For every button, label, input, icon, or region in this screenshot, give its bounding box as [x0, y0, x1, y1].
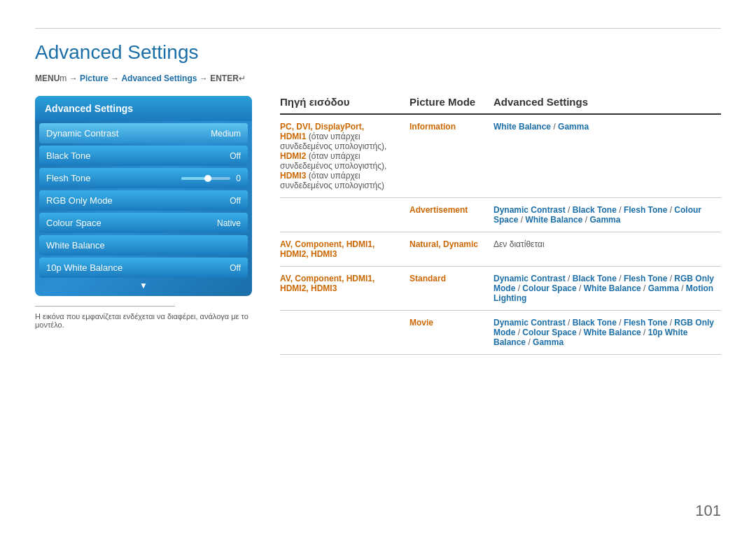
flesh-tone-label: Flesh Tone — [46, 173, 90, 183]
rgb-only-mode-row[interactable]: RGB Only Mode Off — [39, 190, 248, 211]
footnote: Η εικόνα που εμφανίζεται ενδέχεται να δι… — [35, 312, 252, 329]
col-header-source: Πηγή εισόδου — [280, 96, 402, 114]
main-layout: Advanced Settings Dynamic Contrast Mediu… — [35, 96, 721, 355]
white-balance-label: White Balance — [46, 240, 105, 251]
colour-space-value: Native — [217, 218, 241, 228]
source-cell-4: AV, Component, HDMI1,HDMI2, HDMI3 — [280, 267, 402, 311]
colour-space-label: Colour Space — [46, 218, 102, 228]
table-row: AV, Component, HDMI1,HDMI2, HDMI3 Standa… — [280, 267, 721, 311]
scroll-down-arrow[interactable]: ▼ — [35, 281, 252, 290]
top-divider — [35, 28, 721, 29]
dynamic-contrast-value: Medium — [211, 129, 241, 139]
source-cell-3: AV, Component, HDMI1,HDMI2, HDMI3 — [280, 232, 402, 267]
advanced-cell-5: Dynamic Contrast / Black Tone / Flesh To… — [486, 311, 721, 355]
breadcrumb-arrow2: → — [111, 73, 119, 83]
advanced-cell-4: Dynamic Contrast / Black Tone / Flesh To… — [486, 267, 721, 311]
table-row: Movie Dynamic Contrast / Black Tone / Fl… — [280, 311, 721, 355]
colour-space-row[interactable]: Colour Space Native — [39, 213, 248, 233]
bottom-divider — [35, 306, 175, 307]
widget-header: Advanced Settings — [35, 96, 252, 121]
page-title: Advanced Settings — [35, 41, 721, 64]
dynamic-contrast-label: Dynamic Contrast — [46, 128, 118, 139]
flesh-tone-control: 0 — [181, 174, 241, 183]
white-balance-row[interactable]: White Balance — [39, 235, 248, 255]
right-panel: Πηγή εισόδου Picture Mode Advanced Setti… — [280, 96, 721, 355]
10p-white-balance-value: Off — [230, 263, 241, 273]
menu-label: MENUm — [35, 73, 66, 83]
black-tone-value: Off — [230, 151, 241, 161]
flesh-slider-fill — [181, 177, 206, 180]
left-panel: Advanced Settings Dynamic Contrast Mediu… — [35, 96, 252, 329]
source-cell-2 — [280, 198, 402, 232]
10p-white-balance-row[interactable]: 10p White Balance Off — [39, 258, 248, 278]
col-header-mode: Picture Mode — [402, 96, 486, 114]
breadcrumb-arrow1: → — [69, 73, 78, 83]
flesh-tone-row[interactable]: Flesh Tone 0 — [39, 168, 248, 188]
dynamic-contrast-row[interactable]: Dynamic Contrast Medium — [39, 123, 248, 143]
source-cell-1: PC, DVI, DisplayPort,HDMI1 (όταν υπάρχει… — [280, 114, 402, 198]
breadcrumb-enter: ENTER↵ — [210, 73, 246, 83]
enter-icon: ↵ — [239, 73, 246, 83]
10p-white-balance-label: 10p White Balance — [46, 262, 122, 273]
mode-cell-2: Advertisement — [402, 198, 486, 232]
black-tone-row[interactable]: Black Tone Off — [39, 146, 248, 166]
source-cell-5 — [280, 311, 402, 355]
breadcrumb-step2: Advanced Settings — [121, 73, 197, 83]
mode-cell-3: Natural, Dynamic — [402, 232, 486, 267]
page-container: Advanced Settings MENUm → Picture → Adva… — [0, 0, 756, 534]
page-number: 101 — [695, 502, 721, 520]
menu-icon: m — [59, 73, 66, 83]
mode-cell-4: Standard — [402, 267, 486, 311]
col-header-advanced: Advanced Settings — [486, 96, 721, 114]
rgb-only-mode-value: Off — [230, 196, 241, 206]
advanced-cell-2: Dynamic Contrast / Black Tone / Flesh To… — [486, 198, 721, 232]
mode-cell-5: Movie — [402, 311, 486, 355]
flesh-slider-thumb — [204, 175, 211, 182]
settings-widget: Advanced Settings Dynamic Contrast Mediu… — [35, 96, 252, 296]
breadcrumb-step1: Picture — [80, 73, 108, 83]
advanced-cell-1: White Balance / Gamma — [486, 114, 721, 198]
mode-cell-1: Information — [402, 114, 486, 198]
advanced-cell-3: Δεν διατίθεται — [486, 232, 721, 267]
table-row: PC, DVI, DisplayPort,HDMI1 (όταν υπάρχει… — [280, 114, 721, 198]
table-header-row: Πηγή εισόδου Picture Mode Advanced Setti… — [280, 96, 721, 114]
table-row: AV, Component, HDMI1,HDMI2, HDMI3 Natura… — [280, 232, 721, 267]
info-table: Πηγή εισόδου Picture Mode Advanced Setti… — [280, 96, 721, 355]
flesh-slider-track[interactable] — [181, 177, 230, 180]
rgb-only-mode-label: RGB Only Mode — [46, 195, 113, 206]
black-tone-label: Black Tone — [46, 150, 90, 161]
breadcrumb-arrow3: → — [200, 73, 208, 83]
table-row: Advertisement Dynamic Contrast / Black T… — [280, 198, 721, 232]
breadcrumb: MENUm → Picture → Advanced Settings → EN… — [35, 73, 721, 83]
flesh-tone-value: 0 — [236, 174, 241, 183]
